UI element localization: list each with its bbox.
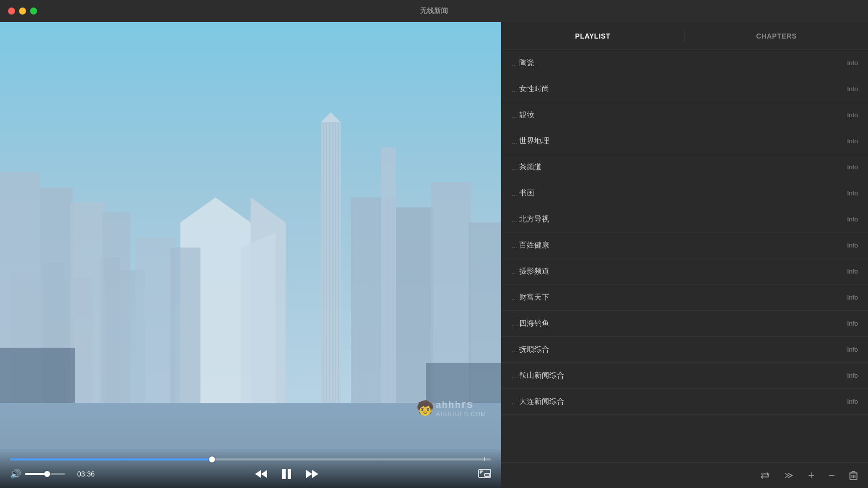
playlist-item-info-button[interactable]: Info	[847, 215, 858, 223]
rewind-button[interactable]	[254, 468, 268, 479]
playlist-item-info-button[interactable]: Info	[847, 163, 858, 171]
playlist-item-name: ... 财富天下	[511, 293, 549, 302]
playlist-item[interactable]: ... 女性时尚Info	[501, 76, 868, 102]
playlist-item[interactable]: ... 四海钓鱼Info	[501, 311, 868, 337]
controls-center	[254, 467, 319, 480]
playlist-item-label: 陶瓷	[519, 58, 534, 68]
controls-right	[478, 469, 491, 479]
playlist-item-prefix: ...	[511, 346, 517, 354]
video-area[interactable]: 🧒 ahhhrs AHHHHFS.COM	[0, 22, 501, 488]
progress-thumb	[209, 456, 215, 462]
playlist-item[interactable]: ... 世界地理Info	[501, 128, 868, 154]
playlist-item-name: ... 北方导视	[511, 214, 549, 224]
svg-rect-28	[170, 248, 200, 403]
playlist-item[interactable]: ... 财富天下Info	[501, 285, 868, 311]
playlist-item-info-button[interactable]: Info	[847, 268, 858, 275]
progress-tick	[484, 457, 485, 461]
playlist-item[interactable]: ... 书画Info	[501, 180, 868, 206]
playlist-item-prefix: ...	[511, 59, 517, 67]
volume-icon: 🔊	[10, 468, 21, 479]
window-controls	[8, 8, 37, 15]
playlist-item-name: ... 女性时尚	[511, 84, 549, 94]
pause-button[interactable]	[280, 467, 293, 480]
playlist-item[interactable]: ... 茶频道Info	[501, 154, 868, 180]
svg-rect-27	[135, 237, 175, 403]
playlist-item-prefix: ...	[511, 189, 517, 197]
window-title: 无线新闻	[420, 7, 448, 16]
playlist-item-name: ... 百姓健康	[511, 240, 549, 250]
remove-button[interactable]: −	[826, 467, 837, 484]
watermark: 🧒 ahhhrs AHHHHFS.COM	[416, 398, 486, 418]
time-display: 03:36	[77, 470, 95, 478]
playlist-item-info-button[interactable]: Info	[847, 59, 858, 67]
close-button[interactable]	[8, 8, 15, 15]
playlist-item-name: ... 陶瓷	[511, 58, 534, 68]
tab-playlist[interactable]: PLAYLIST	[501, 22, 685, 50]
volume-thumb	[44, 471, 50, 477]
playlist-item-name: ... 大连新闻综合	[511, 397, 564, 406]
progress-fill	[10, 458, 212, 460]
playlist-item-info-button[interactable]: Info	[847, 294, 858, 301]
playlist-item-info-button[interactable]: Info	[847, 85, 858, 93]
add-button[interactable]: +	[806, 467, 816, 484]
delete-button[interactable]	[847, 468, 860, 482]
controls-row: 🔊 03:36	[10, 467, 491, 480]
playlist-item-label: 抚顺综合	[519, 345, 549, 354]
playlist-item-info-button[interactable]: Info	[847, 372, 858, 379]
playlist-item[interactable]: ... 百姓健康Info	[501, 232, 868, 259]
playlist-item[interactable]: ... 靚妆Info	[501, 102, 868, 128]
playlist-item-prefix: ...	[511, 85, 517, 93]
watermark-text1: ahhhrs	[436, 398, 486, 411]
svg-rect-48	[485, 473, 490, 476]
controls-left: 🔊 03:36	[10, 468, 95, 479]
playlist-item-info-button[interactable]: Info	[847, 320, 858, 327]
playlist-item-label: 摄影频道	[519, 267, 549, 276]
playlist-item-label: 北方导视	[519, 214, 549, 224]
svg-marker-21	[241, 232, 276, 403]
playlist-item-prefix: ...	[511, 294, 517, 302]
playlist-item-label: 靚妆	[519, 110, 534, 120]
svg-rect-8	[321, 122, 341, 403]
svg-rect-17	[70, 202, 105, 403]
repeat-button[interactable]	[758, 469, 772, 482]
playlist-item-name: ... 世界地理	[511, 136, 549, 146]
playlist-item[interactable]: ... 鞍山新闻综合Info	[501, 363, 868, 389]
playlist-item-name: ... 书画	[511, 188, 534, 198]
maximize-button[interactable]	[30, 8, 37, 15]
fast-forward-button[interactable]	[305, 468, 319, 479]
playlist-item[interactable]: ... 陶瓷Info	[501, 50, 868, 76]
svg-rect-26	[381, 147, 396, 403]
playlist-item-info-button[interactable]: Info	[847, 137, 858, 145]
playlist-item-prefix: ...	[511, 320, 517, 328]
playlist-item-info-button[interactable]: Info	[847, 346, 858, 353]
playlist-item-label: 百姓健康	[519, 240, 549, 250]
playlist-item-label: 大连新闻综合	[519, 397, 564, 406]
titlebar: 无线新闻	[0, 0, 868, 22]
playlist-item-label: 四海钓鱼	[519, 319, 549, 328]
playlist-items: ... 陶瓷Info... 女性时尚Info... 靚妆Info... 世界地理…	[501, 50, 868, 462]
shuffle-button[interactable]	[782, 469, 796, 482]
playlist-item-info-button[interactable]: Info	[847, 111, 858, 119]
progress-bar[interactable]	[10, 458, 491, 460]
playlist-item-prefix: ...	[511, 241, 517, 250]
sidebar-tabs: PLAYLIST CHAPTERS	[501, 22, 868, 50]
svg-marker-46	[312, 470, 318, 478]
playlist-item[interactable]: ... 抚顺综合Info	[501, 337, 868, 363]
tab-chapters[interactable]: CHAPTERS	[685, 22, 869, 50]
playlist-item-info-button[interactable]: Info	[847, 241, 858, 249]
main-content: 🧒 ahhhrs AHHHHFS.COM	[0, 22, 868, 488]
volume-slider[interactable]	[25, 473, 65, 475]
playlist-item[interactable]: ... 大连新闻综合Info	[501, 389, 868, 415]
playlist-item-info-button[interactable]: Info	[847, 398, 858, 405]
playlist-item[interactable]: ... 北方导视Info	[501, 206, 868, 232]
minimize-button[interactable]	[19, 8, 26, 15]
playlist-item-info-button[interactable]: Info	[847, 189, 858, 197]
playlist-item-label: 财富天下	[519, 293, 549, 302]
svg-rect-43	[282, 469, 286, 479]
pip-button[interactable]	[478, 469, 491, 479]
svg-rect-18	[103, 212, 130, 403]
svg-rect-30	[426, 363, 501, 403]
watermark-text2: AHHHHFS.COM	[436, 411, 486, 418]
playlist-item-prefix: ...	[511, 215, 517, 223]
playlist-item[interactable]: ... 摄影频道Info	[501, 259, 868, 285]
